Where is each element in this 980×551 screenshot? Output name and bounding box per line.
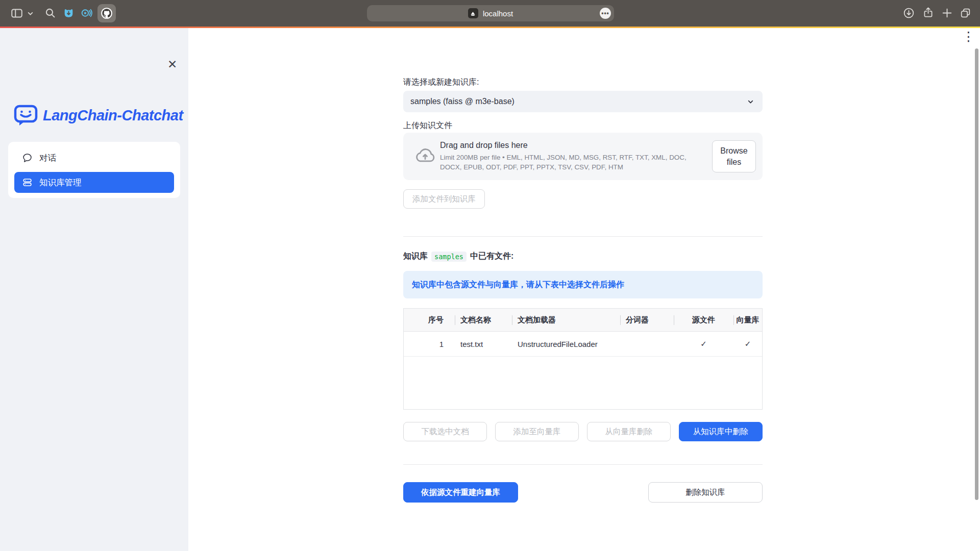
bottom-divider — [403, 464, 763, 465]
col-header-vector: 向量库 — [733, 309, 762, 331]
file-action-buttons: 下载选中文档 添加至向量库 从向量库删除 从知识库中删除 — [403, 422, 763, 441]
col-header-loader: 文档加载器 — [512, 309, 620, 331]
browser-toolbar: localhost ••• — [0, 0, 980, 27]
logo-chat-bubble-icon — [14, 105, 38, 127]
sidebar-toggle-icon[interactable] — [10, 7, 23, 20]
sidebar-item-kb-management[interactable]: 知识库管理 — [14, 172, 174, 193]
page-scrollbar[interactable] — [975, 48, 978, 500]
main-content: ⋮ 请选择或新建知识库: samples (faiss @ m3e-base) … — [188, 28, 980, 551]
table-row[interactable]: 1 test.txt UnstructuredFileLoader ✓ ✓ — [404, 332, 762, 357]
downloads-icon[interactable] — [902, 7, 915, 19]
heading-suffix: 中已有文件: — [470, 251, 513, 262]
sidebar: ✕ LangChain-Chatchat 对话 — [0, 28, 188, 551]
cell-index: 1 — [404, 332, 455, 356]
sidebar-item-label: 知识库管理 — [39, 177, 82, 188]
col-header-splitter: 分词器 — [620, 309, 674, 331]
table-header-row: 序号 文档名称 文档加载器 分词器 源文件 向量库 — [404, 309, 762, 332]
cell-loader: UnstructuredFileLoader — [512, 332, 620, 356]
ripple-star-extension-icon[interactable] — [80, 7, 93, 19]
kb-files-heading: 知识库 samples 中已有文件: — [403, 251, 513, 262]
cell-splitter — [620, 332, 674, 356]
browse-files-button[interactable]: Browse files — [712, 140, 756, 172]
kb-select-label: 请选择或新建知识库: — [403, 77, 479, 88]
heading-prefix: 知识库 — [403, 251, 428, 262]
chat-bubble-icon — [22, 153, 33, 163]
cell-vector-check: ✓ — [733, 332, 762, 356]
delete-kb-button[interactable]: 删除知识库 — [648, 482, 763, 503]
remove-from-vector-button[interactable]: 从向量库删除 — [587, 422, 671, 441]
col-header-source: 源文件 — [674, 309, 733, 331]
cell-source-check: ✓ — [674, 332, 733, 356]
new-tab-icon[interactable] — [941, 7, 953, 19]
address-bar[interactable]: localhost ••• — [367, 5, 614, 21]
logo-text: LangChain-Chatchat — [43, 107, 183, 124]
kb-files-table[interactable]: 序号 文档名称 文档加载器 分词器 源文件 向量库 1 test.txt Uns… — [403, 308, 763, 410]
file-dropzone[interactable]: Drag and drop files here Limit 200MB per… — [403, 133, 763, 180]
add-to-vector-button[interactable]: 添加至向量库 — [495, 422, 579, 441]
rebuild-vector-store-button[interactable]: 依据源文件重建向量库 — [403, 482, 518, 503]
cloud-upload-icon — [414, 146, 436, 164]
app-menu-icon[interactable]: ⋮ — [962, 30, 975, 43]
col-header-filename: 文档名称 — [455, 309, 512, 331]
blue-cat-extension-icon[interactable] — [62, 7, 75, 19]
site-favicon — [468, 8, 478, 18]
app-logo: LangChain-Chatchat — [14, 105, 183, 127]
share-icon[interactable] — [922, 6, 935, 19]
kb-select-dropdown[interactable]: samples (faiss @ m3e-base) — [403, 91, 763, 112]
upload-section-label: 上传知识文件 — [403, 120, 452, 131]
chevron-down-icon[interactable] — [27, 10, 34, 17]
database-icon — [22, 177, 33, 188]
search-icon[interactable] — [44, 7, 57, 19]
dropzone-text: Drag and drop files here Limit 200MB per… — [440, 141, 706, 172]
tabs-overview-icon[interactable] — [959, 7, 972, 19]
col-header-index: 序号 — [404, 309, 455, 331]
dropzone-title: Drag and drop files here — [440, 141, 706, 150]
page-options-icon[interactable]: ••• — [600, 8, 611, 19]
kb-select-value: samples (faiss @ m3e-base) — [410, 97, 514, 106]
info-banner: 知识库中包含源文件与向量库，请从下表中选择文件后操作 — [403, 271, 763, 298]
select-chevron-icon — [746, 97, 755, 107]
info-text: 知识库中包含源文件与向量库，请从下表中选择文件后操作 — [412, 280, 624, 290]
cell-filename: test.txt — [455, 332, 512, 356]
sidebar-menu: 对话 知识库管理 — [8, 142, 180, 198]
sidebar-item-dialogue[interactable]: 对话 — [14, 147, 174, 168]
sidebar-item-label: 对话 — [39, 153, 56, 164]
close-sidebar-icon[interactable]: ✕ — [167, 59, 177, 70]
kb-name-code: samples — [431, 252, 467, 262]
download-selected-button[interactable]: 下载选中文档 — [403, 422, 487, 441]
section-divider — [403, 236, 763, 237]
github-extension-icon[interactable] — [97, 4, 116, 22]
delete-from-kb-button[interactable]: 从知识库中删除 — [679, 422, 763, 441]
dropzone-hint: Limit 200MB per file • EML, HTML, JSON, … — [440, 153, 706, 172]
url-text: localhost — [483, 9, 513, 18]
add-files-to-kb-button[interactable]: 添加文件到知识库 — [403, 189, 485, 209]
